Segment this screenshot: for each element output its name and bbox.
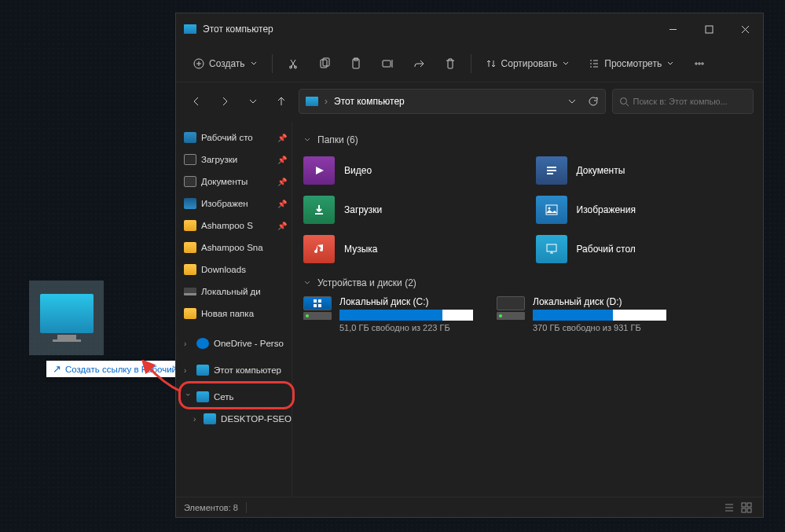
folder-icon xyxy=(184,132,196,143)
rename-button[interactable] xyxy=(373,51,402,76)
folders-header-label: Папки (6) xyxy=(317,134,358,145)
cut-button[interactable] xyxy=(279,51,307,76)
svg-point-7 xyxy=(695,62,697,64)
sidebar-item[interactable]: Изображен📌 xyxy=(176,193,292,215)
folder-item[interactable]: Рабочий стол xyxy=(536,232,753,266)
paste-button[interactable] xyxy=(342,51,370,76)
sidebar-item-label: Этот компьютер xyxy=(214,365,281,375)
breadcrumb: Этот компьютер xyxy=(334,96,561,107)
back-button[interactable] xyxy=(185,90,207,112)
sidebar-item[interactable]: Документы📌 xyxy=(176,171,292,193)
drives-group-header[interactable]: Устройства и диски (2) xyxy=(303,277,752,288)
details-view-button[interactable] xyxy=(721,501,738,515)
folder-label: Изображения xyxy=(577,204,636,215)
toolbar: Создать Сортировать Просмотреть xyxy=(176,45,763,83)
folder-item[interactable]: Музыка xyxy=(303,232,520,266)
share-button[interactable] xyxy=(405,51,433,76)
sidebar-item-onedrive[interactable]: ›OneDrive - Perso xyxy=(176,332,292,354)
new-button[interactable]: Создать xyxy=(185,51,266,76)
sidebar-item-network[interactable]: ›Сеть xyxy=(176,386,292,408)
more-button[interactable] xyxy=(685,51,713,76)
drives-header-label: Устройства и диски (2) xyxy=(317,277,416,288)
search-box[interactable] xyxy=(612,89,754,114)
drag-ghost-pc-icon xyxy=(29,281,104,355)
explorer-window: Этот компьютер Создать Сортировать Просм… xyxy=(175,13,764,518)
sidebar-item-label: Изображен xyxy=(201,199,248,208)
recent-button[interactable] xyxy=(242,90,264,112)
drive-free-space: 51,0 ГБ свободно из 223 ГБ xyxy=(339,323,473,332)
folder-label: Документы xyxy=(577,165,625,176)
folder-icon xyxy=(184,242,196,253)
this-pc-icon xyxy=(196,365,209,376)
pin-icon: 📌 xyxy=(277,200,287,208)
close-button[interactable] xyxy=(727,13,763,45)
sidebar-item[interactable]: Загрузки📌 xyxy=(176,149,292,171)
drive-item[interactable]: Локальный диск (D:) 370 ГБ свободно из 9… xyxy=(497,296,666,332)
sidebar-item[interactable]: Рабочий сто📌 xyxy=(176,127,292,149)
svg-rect-11 xyxy=(546,205,557,215)
thumbnails-view-button[interactable] xyxy=(738,501,755,515)
folder-icon xyxy=(184,198,196,209)
sidebar-item-label: Ashampoo S xyxy=(201,221,253,230)
drive-icon xyxy=(303,296,332,321)
onedrive-icon xyxy=(196,338,209,349)
sidebar-item[interactable]: Новая папка xyxy=(176,303,292,325)
folder-type-icon xyxy=(303,235,335,263)
address-bar[interactable]: › Этот компьютер xyxy=(299,89,606,114)
sidebar-item[interactable]: Ashampoo Sna xyxy=(176,237,292,259)
svg-point-9 xyxy=(702,62,703,64)
copy-button[interactable] xyxy=(310,51,339,76)
refresh-icon[interactable] xyxy=(588,96,599,107)
navbar: › Этот компьютер xyxy=(176,83,763,120)
folder-icon xyxy=(184,308,196,319)
status-bar: Элементов: 8 xyxy=(176,497,763,517)
svg-rect-14 xyxy=(314,299,317,303)
svg-rect-0 xyxy=(706,26,713,33)
delete-button[interactable] xyxy=(436,51,464,76)
sidebar-item-label: Документы xyxy=(201,177,248,186)
folder-item[interactable]: Документы xyxy=(536,153,753,188)
pin-icon: 📌 xyxy=(277,134,287,142)
folder-label: Музыка xyxy=(344,244,377,255)
svg-point-12 xyxy=(548,207,550,210)
svg-point-10 xyxy=(621,97,627,104)
svg-rect-16 xyxy=(314,304,317,307)
minimize-button[interactable] xyxy=(655,13,691,45)
folder-label: Видео xyxy=(344,165,372,176)
folder-item[interactable]: Загрузки xyxy=(303,193,520,227)
drive-item[interactable]: Локальный диск (C:) 51,0 ГБ свободно из … xyxy=(303,296,473,332)
this-pc-icon xyxy=(306,97,318,106)
chevron-down-icon xyxy=(666,60,674,68)
new-button-label: Создать xyxy=(209,58,245,69)
sidebar-item-label: Рабочий сто xyxy=(201,133,253,142)
pin-icon: 📌 xyxy=(277,178,287,186)
maximize-button[interactable] xyxy=(691,13,727,45)
drive-name: Локальный диск (C:) xyxy=(339,296,473,307)
drive-usage-bar xyxy=(339,310,473,321)
search-input[interactable] xyxy=(633,97,746,106)
folder-item[interactable]: Изображения xyxy=(536,193,753,227)
sidebar-item-label: Новая папка xyxy=(201,309,254,318)
folder-type-icon xyxy=(536,196,567,224)
sidebar-item[interactable]: Ashampoo S📌 xyxy=(176,215,292,237)
folder-item[interactable]: Видео xyxy=(303,153,520,188)
svg-rect-13 xyxy=(547,244,556,251)
sidebar-item-label: Локальный ди xyxy=(201,287,261,296)
folder-icon xyxy=(184,220,196,231)
up-button[interactable] xyxy=(270,90,292,112)
folder-icon xyxy=(184,176,196,187)
chevron-down-icon[interactable] xyxy=(567,97,577,106)
sort-button[interactable]: Сортировать xyxy=(478,51,578,76)
sidebar-item-this-pc[interactable]: ›Этот компьютер xyxy=(176,359,292,381)
sidebar-item-label: Downloads xyxy=(201,265,246,274)
view-button[interactable]: Просмотреть xyxy=(581,51,682,76)
sidebar-item-desktop-node[interactable]: ›DESKTOP-FSEO xyxy=(176,408,292,430)
sidebar-item[interactable]: Локальный ди xyxy=(176,281,292,303)
sidebar-item-label: DESKTOP-FSEO xyxy=(221,414,292,424)
forward-button[interactable] xyxy=(214,90,236,112)
sort-button-label: Сортировать xyxy=(501,58,558,69)
folders-group-header[interactable]: Папки (6) xyxy=(303,134,752,145)
drive-usage-bar xyxy=(533,310,666,321)
sidebar-item[interactable]: Downloads xyxy=(176,259,292,281)
folder-label: Рабочий стол xyxy=(577,244,636,255)
